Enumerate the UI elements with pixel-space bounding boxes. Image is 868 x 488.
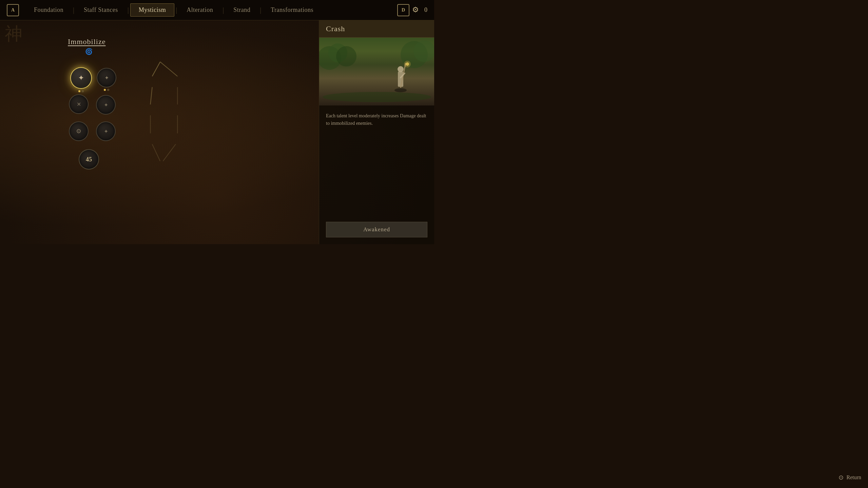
svg-point-16 (398, 66, 404, 72)
tab-mysticism[interactable]: Mysticism (130, 3, 175, 17)
panel-title: Crash (326, 24, 427, 33)
tab-staff-stances[interactable]: Staff Stances (76, 4, 126, 16)
separator-5: | (258, 6, 263, 14)
separator-2: | (126, 6, 130, 14)
currency-amount: 0 (424, 6, 427, 14)
dot-1 (78, 90, 80, 92)
panel-footer: Awakened (319, 218, 434, 244)
navigation-bar: A Foundation | Staff Stances | Mysticism… (0, 0, 434, 20)
separator-1: | (72, 6, 76, 14)
svg-point-11 (336, 46, 356, 66)
skill-node-mid-right[interactable]: ✦ (96, 95, 116, 115)
panel-description: Each talent level moderately increases D… (319, 105, 434, 218)
currency-display: ⚙ 0 (412, 5, 427, 15)
tab-transformations[interactable]: Transformations (263, 4, 322, 16)
nav-button-a[interactable]: A (7, 4, 19, 16)
skill-node-bot-right-icon: ✦ (104, 128, 108, 135)
skill-node-mid-left-icon: ✕ (77, 101, 81, 108)
skill-node-bot-left[interactable]: ⚙ (69, 121, 89, 141)
tab-alteration[interactable]: Alteration (178, 4, 221, 16)
skill-node-top-left[interactable]: ✦ (70, 67, 92, 89)
currency-icon: ⚙ (412, 5, 422, 15)
dot-4 (107, 89, 109, 91)
skill-node-bot-right[interactable]: ✦ (96, 121, 116, 141)
panel-title-bar: Crash (319, 20, 434, 38)
skill-node-bot-left-icon: ⚙ (76, 128, 81, 135)
scene-illustration (319, 38, 434, 105)
panel-image (319, 38, 434, 105)
immobilize-icon-node: 🌀 (82, 45, 96, 58)
skill-node-top-right[interactable]: ✦ (97, 68, 116, 87)
separator-4: | (221, 6, 225, 14)
nav-tabs-container: Foundation | Staff Stances | Mysticism |… (26, 3, 397, 17)
svg-point-14 (394, 88, 407, 92)
svg-point-20 (404, 61, 411, 67)
node-number: 45 (86, 156, 92, 163)
skill-node-mid-left[interactable]: ✕ (69, 94, 89, 114)
skill-tree-area: Immobilize 🌀 (0, 20, 319, 244)
nodes-container: 🌀 ✦ ✦ ✕ (0, 20, 319, 244)
awakened-button[interactable]: Awakened (326, 222, 427, 237)
tab-foundation[interactable]: Foundation (26, 4, 72, 16)
tab-strand[interactable]: Strand (225, 4, 258, 16)
nav-right-section: D ⚙ 0 (397, 4, 427, 16)
separator-3: | (174, 6, 178, 14)
svg-point-8 (323, 92, 431, 102)
skill-node-bottom-center[interactable]: 45 (79, 149, 99, 170)
main-content: Immobilize 🌀 (0, 20, 434, 244)
nav-button-d[interactable]: D (397, 4, 409, 16)
skill-node-top-left-dots (78, 90, 84, 92)
svg-point-13 (413, 40, 434, 62)
detail-panel: Crash (319, 20, 434, 244)
skill-node-top-left-icon: ✦ (78, 74, 84, 82)
skill-node-top-right-dots (104, 89, 109, 91)
skill-node-top-right-icon: ✦ (104, 75, 109, 81)
dot-2 (82, 90, 84, 92)
dot-3 (104, 89, 106, 91)
skill-node-mid-right-icon: ✦ (104, 102, 108, 108)
